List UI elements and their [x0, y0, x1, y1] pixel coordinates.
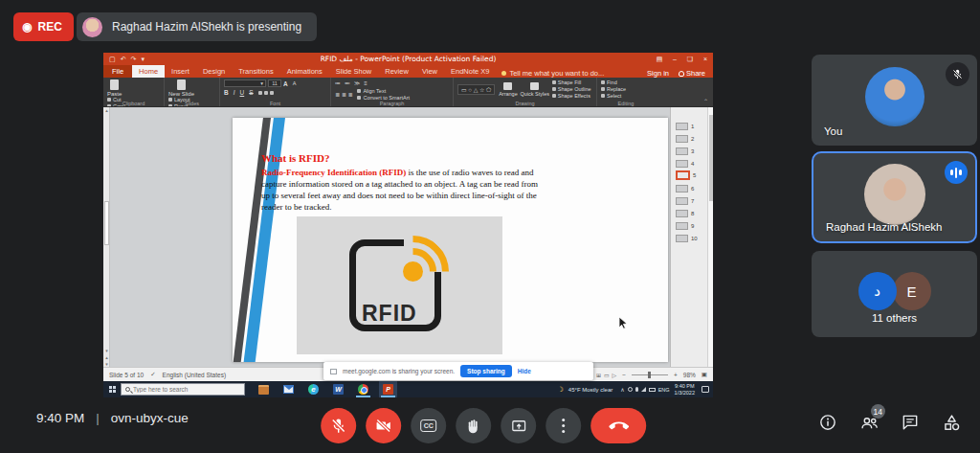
sign-in-link[interactable]: Sign in — [647, 69, 669, 78]
slide-heading[interactable]: What is RFID? — [261, 152, 330, 164]
align-icons[interactable]: ≣ ≣ ≣ — [335, 91, 352, 98]
quick-styles-button[interactable]: Quick Styles — [524, 82, 546, 97]
slide-canvas[interactable]: What is RFID? Radio-Frequency Identifica… — [233, 118, 668, 362]
meeting-details-button[interactable] — [818, 413, 837, 432]
rfid-logo-image[interactable]: RFID — [297, 216, 502, 354]
line-spacing-icon[interactable]: ≡ — [364, 80, 368, 86]
tab-review[interactable]: Review — [378, 65, 415, 78]
stop-sharing-button[interactable]: Stop sharing — [460, 365, 512, 377]
underline-button[interactable]: U — [240, 89, 245, 96]
italic-button[interactable]: I — [234, 89, 235, 96]
end-call-button[interactable] — [590, 408, 646, 443]
start-button[interactable] — [103, 381, 121, 397]
scroll-down-icon[interactable]: ▾ — [103, 348, 110, 353]
battery-icon[interactable] — [649, 388, 656, 392]
bullets-icon[interactable]: ≔ — [335, 79, 341, 86]
taskbar-search-box[interactable] — [121, 383, 245, 396]
taskbar-store-icon[interactable] — [255, 381, 273, 397]
mic-toggle-button[interactable] — [321, 408, 356, 443]
bold-button[interactable]: B — [224, 89, 229, 96]
participants-button[interactable]: 14 — [859, 413, 879, 432]
taskbar-powerpoint-icon[interactable]: P — [379, 381, 397, 397]
zoom-slider[interactable] — [632, 374, 668, 375]
vertical-scrollbar[interactable]: ▴ ▾ ▴ ▾ — [103, 107, 110, 367]
tab-slide-show[interactable]: Slide Show — [329, 65, 379, 78]
tab-endnote[interactable]: EndNote X9 — [444, 65, 496, 78]
thumbnail-slide-2[interactable]: 2 — [676, 133, 694, 145]
thumbnail-slide-5-selected[interactable]: 5 — [676, 170, 696, 181]
taskbar-chrome-icon[interactable] — [354, 381, 372, 397]
captions-button[interactable]: CC — [411, 408, 446, 443]
thumbnail-slide-9[interactable]: 9 — [676, 220, 694, 232]
ribbon-display-options-icon[interactable]: ▤ — [652, 53, 667, 65]
fit-slide-icon[interactable]: ▣ — [702, 371, 707, 378]
tab-animations[interactable]: Animations — [280, 65, 329, 78]
taskbar-clock[interactable]: 9:40 PM 1/3/2022 — [675, 383, 695, 396]
paste-button[interactable]: Paste — [107, 79, 122, 97]
new-slide-button[interactable]: New Slide — [168, 79, 194, 97]
slide-body-text[interactable]: Radio-Frequency Identification (RFID) is… — [261, 168, 546, 214]
thumbnail-slide-1[interactable]: 1 — [676, 121, 694, 132]
participant-tile-you[interactable]: You — [812, 55, 977, 146]
tell-me-box[interactable]: Tell me what you want to do... — [501, 69, 604, 78]
tray-mic-icon[interactable] — [635, 387, 638, 392]
font-size-select[interactable]: 11 — [268, 79, 281, 87]
chat-button[interactable] — [901, 413, 920, 432]
close-icon[interactable]: × — [698, 53, 713, 65]
numbering-icon[interactable]: ≕ — [345, 79, 350, 86]
select-button[interactable]: Select — [601, 93, 626, 99]
participant-tile-raghad[interactable]: Raghad Hazim AlShekh — [812, 151, 977, 243]
restore-icon[interactable]: ❏ — [682, 53, 698, 65]
minimize-icon[interactable]: – — [667, 53, 682, 65]
participant-tile-others[interactable]: د E 11 others — [812, 251, 977, 337]
tab-insert[interactable]: Insert — [165, 65, 196, 78]
zoom-out-icon[interactable]: − — [622, 372, 626, 378]
thumbnail-slide-10[interactable]: 10 — [676, 233, 698, 244]
search-input[interactable] — [133, 386, 229, 393]
tab-view[interactable]: View — [415, 65, 444, 78]
align-text-button[interactable]: Align Text — [357, 88, 410, 94]
find-button[interactable]: Find — [601, 79, 626, 85]
grow-font-button[interactable]: A — [283, 80, 288, 87]
taskbar-mail-icon[interactable] — [279, 381, 298, 397]
thumbnail-slide-6[interactable]: 6 — [676, 183, 694, 194]
shape-effects-button[interactable]: Shape Effects — [552, 93, 591, 99]
zoom-in-icon[interactable]: + — [674, 372, 678, 378]
scroll-up-icon[interactable]: ▴ — [103, 107, 110, 113]
taskbar-word-icon[interactable]: W — [329, 381, 347, 397]
thumbnail-slide-7[interactable]: 7 — [676, 195, 694, 207]
collapse-ribbon-icon[interactable]: ⌃ — [699, 98, 713, 106]
activities-button[interactable] — [942, 413, 961, 432]
share-button[interactable]: Share — [679, 69, 705, 78]
previous-slide-icon[interactable]: ▴ — [103, 354, 110, 360]
arrange-button[interactable]: Arrange — [499, 82, 518, 97]
character-spacing-icon[interactable] — [264, 91, 268, 95]
tab-file[interactable]: File — [103, 65, 132, 78]
shape-outline-button[interactable]: Shape Outline — [552, 86, 591, 92]
font-name-select[interactable]: ▾ — [224, 79, 266, 87]
weather-text[interactable]: 45°F Mostly clear — [568, 387, 612, 393]
replace-button[interactable]: Replace — [601, 86, 626, 92]
shape-fill-button[interactable]: Shape Fill — [552, 79, 591, 85]
zoom-level[interactable]: 98% — [683, 372, 696, 378]
thumbnail-scrollbar[interactable] — [707, 107, 713, 367]
action-center-icon[interactable] — [702, 386, 709, 393]
spell-check-icon[interactable]: ✓ — [150, 371, 155, 378]
scrollbar-thumb[interactable] — [104, 201, 109, 245]
thumbnail-slide-8[interactable]: 8 — [676, 208, 694, 219]
taskbar-edge-icon[interactable]: e — [304, 381, 323, 397]
text-shadow-icon[interactable] — [258, 91, 262, 95]
tab-home[interactable]: Home — [132, 65, 165, 78]
font-color-icon[interactable] — [270, 91, 274, 95]
tab-transitions[interactable]: Transitions — [232, 65, 279, 78]
network-icon[interactable] — [641, 387, 646, 392]
language-status[interactable]: English (United States) — [163, 372, 226, 378]
shapes-gallery[interactable]: ▭ ○ △ ☆ ⬠ — [457, 84, 495, 95]
tab-design[interactable]: Design — [196, 65, 232, 78]
indent-icon[interactable]: ≫ — [354, 79, 360, 86]
strikethrough-button[interactable]: S — [249, 89, 253, 96]
presenting-pill[interactable]: Raghad Hazim AlShekh is presenting — [77, 12, 317, 41]
keyboard-language[interactable]: ENG — [658, 387, 670, 393]
thumbnail-slide-3[interactable]: 3 — [676, 146, 694, 157]
raise-hand-button[interactable] — [456, 408, 491, 443]
